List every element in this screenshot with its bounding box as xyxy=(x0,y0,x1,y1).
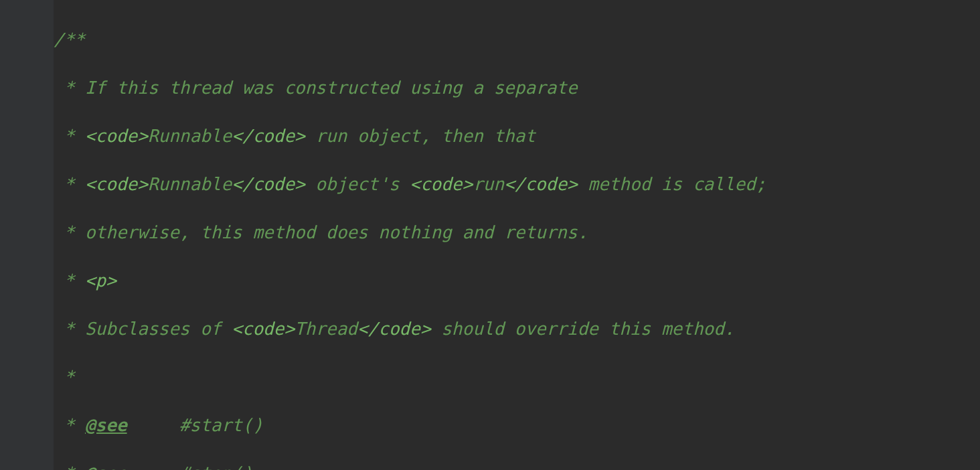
javadoc-text: run xyxy=(473,174,504,194)
editor-gutter xyxy=(0,0,54,470)
javadoc-tag-see: @see xyxy=(85,463,127,470)
javadoc-markup: </code> xyxy=(504,174,588,194)
javadoc-markup: </code> xyxy=(232,174,315,194)
javadoc-markup: <code> xyxy=(410,174,473,194)
javadoc-star: * xyxy=(54,415,85,435)
code-line: * If this thread was constructed using a… xyxy=(54,76,980,100)
code-line: * otherwise, this method does nothing an… xyxy=(54,220,980,244)
javadoc-markup: <code> xyxy=(85,126,148,146)
javadoc-star: * xyxy=(54,319,85,339)
javadoc-text: should override this method. xyxy=(441,319,734,339)
javadoc-text: method is called; xyxy=(588,174,766,194)
javadoc-ref: #stop() xyxy=(179,463,253,470)
javadoc-markup: <code> xyxy=(232,319,295,339)
code-line: * @see #stop() xyxy=(54,461,980,470)
javadoc-text: Subclasses of xyxy=(85,319,232,339)
javadoc-star: * xyxy=(54,174,85,194)
javadoc-text: otherwise, this method does nothing and … xyxy=(85,222,588,242)
javadoc-text: run object, then that xyxy=(315,126,536,146)
code-line: /** xyxy=(54,27,980,52)
javadoc-star: * xyxy=(54,222,85,242)
javadoc-markup: </code> xyxy=(232,126,315,146)
javadoc-star: * xyxy=(54,367,74,387)
javadoc-text: Runnable xyxy=(148,174,232,194)
javadoc-text: Runnable xyxy=(148,126,232,146)
code-line: * <p> xyxy=(54,268,980,293)
javadoc-markup: </code> xyxy=(357,319,441,339)
javadoc-space xyxy=(127,415,179,435)
javadoc-text: object's xyxy=(315,174,410,194)
javadoc-ref: #start() xyxy=(179,415,263,435)
javadoc-tag-see: @see xyxy=(85,415,127,435)
code-line: * xyxy=(54,365,980,389)
javadoc-open: /** xyxy=(54,29,85,50)
javadoc-star: * xyxy=(54,463,85,470)
code-line: * @see #start() xyxy=(54,413,980,437)
javadoc-star: * xyxy=(54,270,85,291)
javadoc-space xyxy=(127,463,179,470)
javadoc-markup: <code> xyxy=(85,174,148,194)
code-line: * <code>Runnable</code> run object, then… xyxy=(54,124,980,148)
code-editor[interactable]: /** * If this thread was constructed usi… xyxy=(54,3,980,470)
javadoc-text: Thread xyxy=(295,319,357,339)
javadoc-star: * xyxy=(54,126,85,146)
code-line: * <code>Runnable</code> object's <code>r… xyxy=(54,172,980,196)
javadoc-markup: <p> xyxy=(85,270,116,291)
javadoc-star: * xyxy=(54,78,85,98)
code-line: * Subclasses of <code>Thread</code> shou… xyxy=(54,317,980,341)
javadoc-text: If this thread was constructed using a s… xyxy=(85,78,578,98)
